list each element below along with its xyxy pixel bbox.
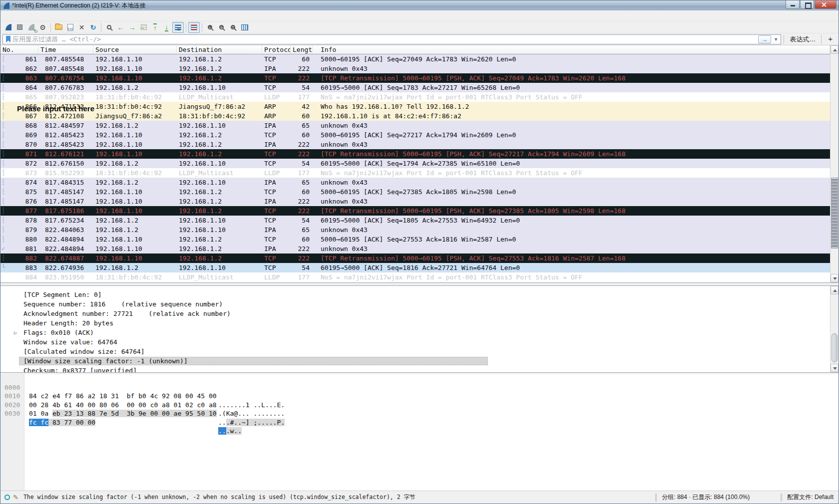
colorize-button[interactable] — [188, 22, 200, 33]
packet-row[interactable]: ┆ 866 812.471533 18:31:bf:b0:4c:92 Jiang… — [0, 102, 830, 111]
expander-icon[interactable]: ▷ — [14, 328, 17, 337]
menu-item[interactable] — [83, 15, 92, 17]
column-header-protocol[interactable]: Protocol — [262, 45, 291, 54]
detail-line-flags[interactable]: ▷Flags: 0x010 (ACK) — [0, 328, 839, 337]
packet-row[interactable]: ┆ 876 817.485147 192.168.1.10 192.168.1.… — [0, 197, 830, 206]
packet-row[interactable]: ┆ 882 822.674887 192.168.1.10 192.168.1.… — [0, 253, 830, 263]
zoom-out-button[interactable] — [216, 22, 227, 33]
find-packet-button[interactable] — [103, 22, 115, 33]
menu-item[interactable] — [20, 15, 29, 17]
resize-columns-button[interactable] — [239, 22, 250, 33]
detail-line[interactable]: Sequence number: 1816 (relative sequence… — [0, 299, 839, 309]
packet-row[interactable]: ┆ 869 812.485423 192.168.1.10 192.168.1.… — [0, 130, 830, 140]
detail-line[interactable]: [TCP Segment Len: 0] — [0, 290, 839, 299]
hex-row[interactable]: 0010 00 28 4b 61 40 00 80 06 00 00 c0 a8… — [0, 383, 839, 392]
menu-item[interactable] — [65, 15, 74, 17]
column-header-destination[interactable]: Destination — [177, 45, 262, 54]
packet-row[interactable]: ┆ 874 817.484315 192.168.1.2 192.168.1.1… — [0, 178, 830, 187]
go-first-button[interactable]: ↑ — [149, 22, 161, 33]
detail-line[interactable]: Window size value: 64764 — [0, 337, 839, 347]
stop-capture-button[interactable] — [14, 22, 25, 33]
scroll-up-arrow[interactable] — [831, 45, 839, 54]
packet-row[interactable]: ┆ 877 817.675186 192.168.1.10 192.168.1.… — [0, 206, 830, 216]
bookmark-icon[interactable] — [6, 36, 10, 42]
scroll-thumb[interactable] — [832, 333, 838, 362]
menu-item[interactable] — [92, 15, 101, 17]
go-to-packet-button[interactable] — [138, 22, 149, 33]
menu-item[interactable] — [47, 15, 56, 17]
zoom-reset-button[interactable] — [227, 22, 239, 33]
open-file-button[interactable] — [53, 22, 64, 33]
scroll-down-arrow[interactable] — [831, 364, 839, 372]
detail-scrollbar[interactable] — [830, 286, 839, 372]
scrollbar-minimap-thumb[interactable] — [831, 178, 838, 249]
column-header-length[interactable]: Length — [291, 45, 313, 54]
packet-row[interactable]: 884 823.951950 18:31:bf:b0:4c:92 LLDP_Mu… — [0, 272, 830, 282]
packet-list-scrollbar[interactable] — [830, 45, 839, 282]
expert-info-icon[interactable] — [4, 495, 10, 500]
packet-row[interactable]: ┆ 875 817.485147 192.168.1.10 192.168.1.… — [0, 187, 830, 197]
column-header-source[interactable]: Source — [93, 45, 177, 54]
scroll-down-arrow[interactable] — [831, 274, 839, 282]
zoom-in-button[interactable] — [204, 22, 216, 33]
add-filter-button[interactable]: + — [824, 34, 837, 44]
expression-button[interactable]: 表达式… — [787, 34, 819, 44]
packet-row[interactable]: ✓ 881 822.484894 192.168.1.10 192.168.1.… — [0, 244, 830, 253]
display-filter-input[interactable] — [12, 35, 758, 43]
cell-no: 880 — [7, 235, 38, 244]
column-header-info[interactable]: Info — [313, 45, 830, 54]
hex-row[interactable]: 0020 01 0a eb 23 13 88 7e 5d 3b 9e 00 00… — [0, 392, 839, 401]
filter-dropdown-caret[interactable]: ▼ — [772, 36, 780, 43]
close-file-button[interactable]: ✕ — [76, 22, 87, 33]
hex-row[interactable]: 0000 84 c2 e4 f7 86 a2 18 31 bf b0 4c 92… — [0, 374, 839, 383]
packet-row[interactable]: ┆ 862 807.485548 192.168.1.10 192.168.1.… — [0, 64, 830, 73]
packet-row[interactable]: ┆ 873 815.952293 18:31:bf:b0:4c:92 LLDP_… — [0, 168, 830, 178]
packet-row[interactable]: ┆ 870 812.485423 192.168.1.10 192.168.1.… — [0, 140, 830, 149]
go-last-button[interactable]: ↓ — [161, 22, 172, 33]
packet-row[interactable]: ┆ 878 817.675234 192.168.1.2 192.168.1.1… — [0, 216, 830, 225]
packet-row[interactable]: ┆ 872 812.676150 192.168.1.2 192.168.1.1… — [0, 159, 830, 168]
menu-item[interactable] — [56, 15, 65, 17]
menu-item[interactable] — [74, 15, 83, 17]
title-bar[interactable]: *Intel(R) Ethernet Connection (2) I219-V… — [0, 0, 839, 10]
packet-row[interactable]: ┆ 864 807.676783 192.168.1.2 192.168.1.1… — [0, 83, 830, 92]
packet-row[interactable]: ┆ 861 807.485548 192.168.1.10 192.168.1.… — [0, 54, 830, 64]
hex-row-selected[interactable]: 0030 fc fc 83 77 00 00 ...w.. — [0, 401, 839, 410]
start-capture-button[interactable] — [2, 22, 14, 33]
cell-no: 879 — [7, 225, 38, 235]
menu-item[interactable] — [2, 15, 11, 17]
packet-row[interactable]: ┆ 879 822.484063 192.168.1.2 192.168.1.1… — [0, 225, 830, 235]
packet-row[interactable]: └ 883 822.674936 192.168.1.2 192.168.1.1… — [0, 263, 830, 272]
menu-item[interactable] — [11, 15, 20, 17]
detail-line-selected[interactable]: [Window size scaling factor: -1 (unknown… — [0, 356, 839, 366]
auto-scroll-button[interactable] — [172, 22, 184, 33]
detail-line[interactable]: Header Length: 20 bytes — [0, 318, 839, 328]
capture-options-button[interactable]: ⚙ — [37, 22, 48, 33]
go-forward-button[interactable]: → — [126, 22, 138, 33]
column-header-no[interactable]: No. — [0, 45, 38, 54]
status-profile[interactable]: 配置文件: Default — [782, 493, 839, 502]
column-header-time[interactable]: Time — [38, 45, 93, 54]
save-file-button[interactable]: 010 — [64, 22, 76, 33]
packet-row[interactable]: ┆ 871 812.676121 192.168.1.10 192.168.1.… — [0, 149, 830, 159]
reload-button[interactable]: ↻ — [87, 22, 99, 33]
packet-row[interactable]: ┆ 880 822.484894 192.168.1.10 192.168.1.… — [0, 235, 830, 244]
apply-filter-button[interactable]: → — [758, 35, 771, 43]
detail-line[interactable]: Checksum: 0x8377 [unverified] — [0, 366, 839, 373]
minimize-button[interactable] — [786, 0, 800, 9]
go-back-button[interactable]: ← — [115, 22, 126, 33]
detail-line[interactable]: [Calculated window size: 64764] — [0, 347, 839, 356]
restart-capture-button[interactable]: ↻ — [25, 22, 37, 33]
toolbar-separator — [186, 23, 186, 32]
packet-row[interactable]: ┆ 865 807.952823 18:31:bf:b0:4c:92 LLDP_… — [0, 92, 830, 102]
menu-item[interactable] — [29, 15, 38, 17]
scroll-up-arrow[interactable] — [831, 286, 839, 294]
close-button[interactable] — [815, 0, 837, 9]
packet-row[interactable]: ┆ 863 807.676754 192.168.1.10 192.168.1.… — [0, 73, 830, 83]
packet-row[interactable]: ┆ 867 812.472108 JiangsuQ_f7:86:a2 18:31… — [0, 111, 830, 121]
maximize-button[interactable] — [800, 0, 814, 9]
packet-row[interactable]: ┆ 868 812.484597 192.168.1.2 192.168.1.1… — [0, 121, 830, 130]
detail-line[interactable]: Acknowledgment number: 27721 (relative a… — [0, 309, 839, 318]
capture-comment-icon[interactable]: ✎ — [13, 494, 18, 501]
menu-item[interactable] — [38, 15, 47, 17]
